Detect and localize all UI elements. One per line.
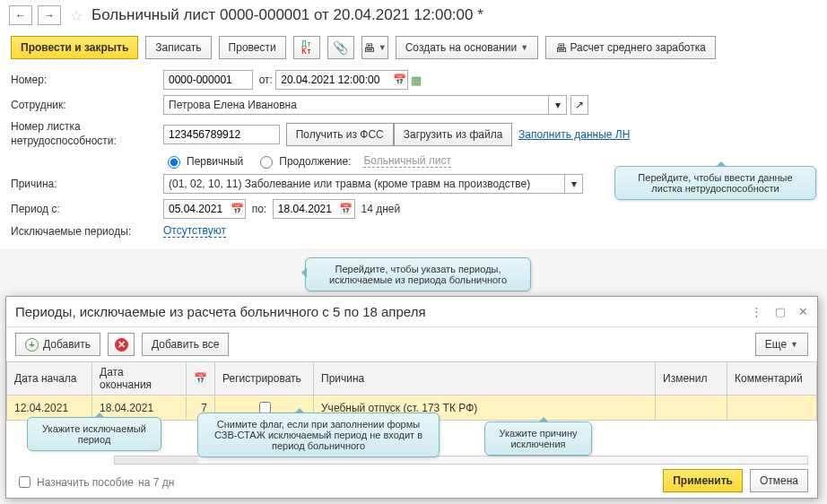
callout-fill-ln: Перейдите, чтобы ввести данные листка не… (614, 166, 816, 200)
continuation-link[interactable]: Больничный лист (363, 154, 451, 168)
assign-benefit-checkbox[interactable]: Назначить пособие (15, 474, 134, 491)
cert-number-input[interactable] (163, 125, 280, 144)
calc-avg-button[interactable]: 🖶 Расчет среднего заработка (545, 36, 716, 59)
paperclip-icon: 📎 (333, 40, 348, 55)
dtkt-button[interactable]: ДтКт (293, 36, 320, 59)
back-button[interactable]: ← (9, 5, 32, 25)
excluded-periods-label: Исключаемые периоды: (11, 225, 163, 238)
favorite-star-icon[interactable]: ☆ (70, 7, 83, 24)
calendar-icon[interactable]: 📅 (391, 74, 407, 86)
post-button[interactable]: Провести (219, 36, 286, 59)
save-button[interactable]: Записать (145, 36, 211, 59)
calendar-link-icon[interactable]: ▦ (411, 74, 422, 87)
calendar-icon[interactable]: 📅 (229, 203, 245, 215)
attach-button[interactable]: 📎 (327, 36, 354, 59)
col-comment[interactable]: Комментарий (727, 362, 817, 395)
callout-period: Укажите исключаемый период (27, 417, 161, 451)
reason-dropdown-button[interactable]: ▾ (565, 174, 583, 194)
dialog-menu-icon[interactable]: ⋮ (751, 305, 762, 318)
post-and-close-button[interactable]: Провести и закрыть (11, 36, 138, 59)
from-label: от: (259, 74, 273, 86)
reason-select[interactable]: (01, 02, 10, 11) Заболевание или травма … (163, 174, 565, 194)
cancel-button[interactable]: Отмена (750, 469, 808, 492)
more-menu-button[interactable]: Еще▼ (755, 333, 808, 356)
period-to-label: по: (252, 203, 267, 215)
employee-input[interactable]: Петрова Елена Ивановна (163, 95, 549, 115)
apply-button[interactable]: Применить (663, 469, 743, 492)
fill-ln-link[interactable]: Заполнить данные ЛН (518, 128, 630, 141)
document-date-input[interactable]: 📅 (275, 70, 408, 90)
delete-row-button[interactable]: ✕ (108, 333, 135, 356)
get-from-fss-button[interactable]: Получить из ФСС (286, 123, 394, 146)
excluded-periods-dialog: Периоды, исключаемые из расчета больничн… (5, 296, 818, 499)
days-count-text: 14 дней (361, 203, 401, 215)
col-changed[interactable]: Изменил (656, 362, 727, 395)
col-days-icon[interactable]: 📅 (187, 362, 215, 395)
calendar-icon[interactable]: 📅 (338, 203, 354, 215)
number-label: Номер: (11, 74, 163, 86)
col-register[interactable]: Регистрировать (215, 362, 314, 395)
assign-days-text: на 7 дн (138, 476, 174, 489)
cell-comment[interactable] (727, 395, 817, 421)
cell-changed[interactable] (656, 395, 727, 421)
callout-excluded: Перейдите, чтобы указать периоды, исключ… (305, 257, 531, 291)
employee-label: Сотрудник: (11, 99, 163, 111)
employee-open-button[interactable]: ↗ (570, 95, 588, 115)
callout-reason: Укажите причину исключения (484, 421, 592, 456)
load-from-file-button[interactable]: Загрузить из файла (394, 123, 513, 146)
printer-icon: 🖶 (555, 41, 567, 55)
cert-number-label: Номер листка нетрудоспособности: (11, 120, 163, 148)
create-based-button[interactable]: Создать на основании▼ (396, 36, 538, 59)
add-all-button[interactable]: Добавить все (142, 333, 229, 356)
employee-dropdown-button[interactable]: ▾ (549, 95, 567, 115)
col-end[interactable]: Дата окончания (92, 362, 187, 395)
form-area: Номер: от: 📅 ▦ Сотрудник: Петрова Елена … (0, 65, 827, 248)
period-from-input[interactable]: 📅 (163, 199, 246, 219)
radio-continuation[interactable]: Продолжение: (256, 153, 351, 169)
dialog-close-icon[interactable]: ✕ (798, 305, 808, 318)
print-dropdown-button[interactable]: 🖶▼ (361, 36, 388, 59)
dialog-maximize-icon[interactable]: ▢ (775, 305, 786, 318)
main-toolbar: Провести и закрыть Записать Провести ДтК… (0, 30, 827, 65)
period-to-input[interactable]: 📅 (273, 199, 355, 219)
dialog-title: Периоды, исключаемые из расчета больничн… (15, 304, 426, 319)
printer-icon: 🖶 (363, 41, 375, 55)
plus-icon: + (25, 338, 39, 352)
number-input[interactable] (163, 70, 253, 90)
window-header: ← → ☆ Больничный лист 0000-000001 от 20.… (0, 0, 827, 30)
add-row-button[interactable]: +Добавить (15, 333, 100, 356)
delete-icon: ✕ (115, 338, 128, 352)
period-label: Период с: (11, 203, 163, 215)
forward-button[interactable]: → (38, 5, 61, 25)
col-start[interactable]: Дата начала (7, 362, 92, 395)
reason-label: Причина: (11, 178, 163, 190)
col-reason[interactable]: Причина (314, 362, 656, 395)
excluded-periods-link[interactable]: Отсутствуют (163, 224, 226, 238)
callout-register-flag: Снимите флаг, если при заполнении формы … (197, 413, 440, 457)
document-title: Больничный лист 0000-000001 от 20.04.202… (91, 6, 483, 24)
radio-primary[interactable]: Первичный (163, 153, 243, 169)
